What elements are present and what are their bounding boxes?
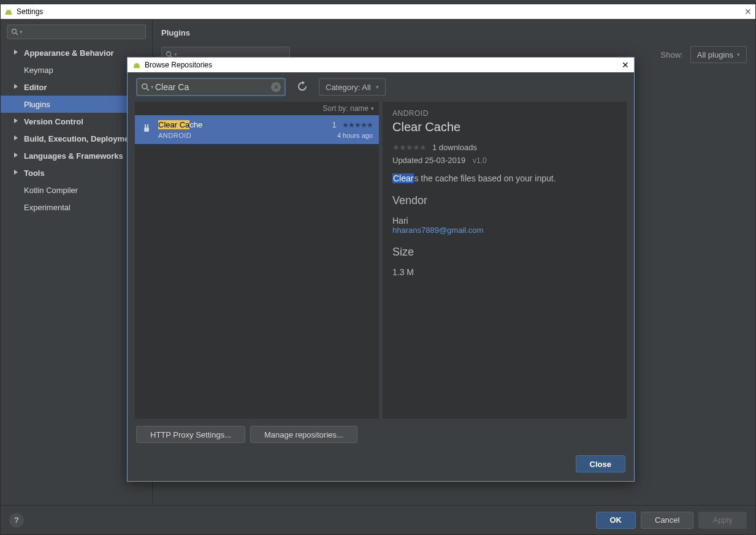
result-main: Clear Cache ANDROID (158, 120, 332, 139)
search-icon (141, 83, 150, 91)
sidebar-item-label: Keymap (24, 66, 53, 75)
result-highlight: Clear Ca (158, 120, 189, 129)
tree-expand-icon (13, 152, 20, 159)
panel-title: Plugins (153, 20, 755, 42)
browse-repositories-dialog: Browse Repositories ✕ ▾ ✕ Category: All … (127, 57, 635, 482)
chevron-down-icon: ▾ (737, 51, 740, 58)
show-label: Show: (661, 50, 683, 59)
sort-row[interactable]: Sort by: name ▾ (135, 102, 379, 115)
vendor-email-link[interactable]: hharans7889@gmail.com (392, 226, 617, 235)
plugin-result-item[interactable]: Clear Cache ANDROID 1 ★★★★★ 4 hours ago (135, 115, 379, 144)
modal-content: Sort by: name ▾ Clear Cache ANDROID 1 ★★… (135, 102, 627, 419)
sidebar-item-label: Version Control (24, 117, 83, 126)
modal-close-icon[interactable]: ✕ (622, 60, 629, 70)
svg-point-4 (167, 52, 171, 56)
refresh-icon[interactable] (294, 78, 310, 96)
svg-line-7 (147, 88, 149, 91)
search-icon (11, 28, 18, 36)
settings-footer: ? OK Cancel Apply (1, 505, 755, 534)
http-proxy-button[interactable]: HTTP Proxy Settings... (136, 426, 245, 443)
size-value: 1.3 M (392, 267, 617, 277)
result-category: ANDROID (158, 132, 332, 139)
modal-search-input[interactable] (155, 82, 271, 92)
svg-line-3 (16, 33, 18, 35)
detail-category: ANDROID (392, 109, 617, 118)
sidebar-search[interactable]: ▾ (7, 25, 146, 39)
help-icon[interactable]: ? (9, 513, 24, 528)
modal-title: Browse Repositories (145, 61, 212, 69)
svg-rect-10 (147, 124, 148, 127)
close-button[interactable]: Close (576, 455, 625, 472)
tree-expand-icon (13, 169, 20, 176)
clear-search-icon[interactable]: ✕ (271, 82, 281, 92)
result-time: 4 hours ago (332, 132, 373, 139)
svg-point-2 (12, 29, 17, 34)
sidebar-item-label: Editor (24, 83, 47, 92)
show-filter-value: All plugins (697, 50, 733, 59)
detail-updated-row: Updated 25-03-2019 v1.0 (392, 156, 617, 165)
desc-rest: s the cache files based on your input. (414, 173, 556, 183)
plugin-icon (141, 123, 152, 135)
settings-close-icon[interactable]: ✕ (744, 7, 752, 17)
detail-version: v1.0 (473, 156, 487, 165)
vendor-heading: Vendor (392, 194, 617, 207)
detail-meta: ★★★★★ 1 downloads (392, 143, 617, 152)
chevron-down-icon: ▾ (151, 84, 154, 90)
cancel-button[interactable]: Cancel (641, 512, 693, 529)
tree-expand-icon (13, 118, 20, 125)
tree-expand-icon (13, 135, 20, 142)
category-dropdown[interactable]: Category: All ▾ (319, 78, 386, 96)
android-icon (132, 62, 141, 68)
sidebar-item-label: Plugins (24, 100, 50, 109)
sidebar-item-label: Build, Execution, Deployment (24, 134, 136, 143)
plugin-detail-pane: ANDROID Clear Cache ★★★★★ 1 downloads Up… (383, 102, 627, 419)
result-side: 1 ★★★★★ 4 hours ago (332, 120, 373, 139)
android-icon (4, 9, 13, 15)
result-rating-row: 1 ★★★★★ (332, 120, 373, 129)
modal-secondary-buttons: HTTP Proxy Settings... Manage repositori… (128, 419, 634, 450)
tree-expand-icon (13, 49, 20, 56)
manage-repos-button[interactable]: Manage repositories... (250, 426, 357, 443)
desc-highlight: Clear (392, 173, 414, 183)
sidebar-item-label: Kotlin Compiler (24, 186, 78, 195)
tree-expand-icon (13, 83, 20, 91)
detail-description: Clears the cache files based on your inp… (392, 173, 617, 183)
settings-titlebar: Settings ✕ (1, 4, 755, 19)
category-value: Category: All (326, 83, 371, 92)
modal-search-field[interactable]: ▾ ✕ (136, 78, 286, 96)
detail-title: Clear Cache (392, 120, 617, 134)
ok-button[interactable]: OK (596, 512, 636, 529)
sidebar-item-label: Experimental (24, 203, 71, 212)
results-list: Sort by: name ▾ Clear Cache ANDROID 1 ★★… (135, 102, 379, 419)
stars-icon: ★★★★★ (392, 143, 426, 152)
vendor-name: Hari (392, 216, 617, 226)
result-title-rest: che (189, 120, 202, 129)
modal-titlebar: Browse Repositories ✕ (128, 58, 634, 72)
chevron-down-icon: ▾ (371, 105, 374, 112)
apply-button[interactable]: Apply (698, 512, 747, 529)
result-download-count: 1 (332, 121, 337, 129)
chevron-down-icon: ▾ (376, 84, 379, 90)
show-filter-dropdown[interactable]: All plugins ▾ (690, 46, 747, 63)
sidebar-item-label: Appearance & Behavior (24, 48, 114, 58)
stars-icon: ★★★★★ (342, 121, 373, 129)
svg-point-0 (6, 9, 7, 9)
svg-point-1 (10, 9, 10, 9)
svg-rect-9 (145, 124, 146, 127)
svg-point-6 (142, 84, 147, 89)
chevron-down-icon: ▾ (20, 29, 23, 35)
sidebar-item-label: Languages & Frameworks (24, 151, 123, 161)
sort-label: Sort by: name (323, 104, 368, 113)
detail-downloads: 1 downloads (432, 143, 477, 152)
modal-toolbar: ▾ ✕ Category: All ▾ (128, 72, 634, 102)
size-heading: Size (392, 246, 617, 259)
detail-updated: Updated 25-03-2019 (392, 156, 465, 165)
settings-title: Settings (17, 7, 43, 16)
result-title: Clear Cache (158, 120, 332, 129)
svg-rect-8 (144, 127, 149, 132)
sidebar-item-label: Tools (24, 169, 45, 178)
modal-footer: Close (128, 450, 634, 481)
